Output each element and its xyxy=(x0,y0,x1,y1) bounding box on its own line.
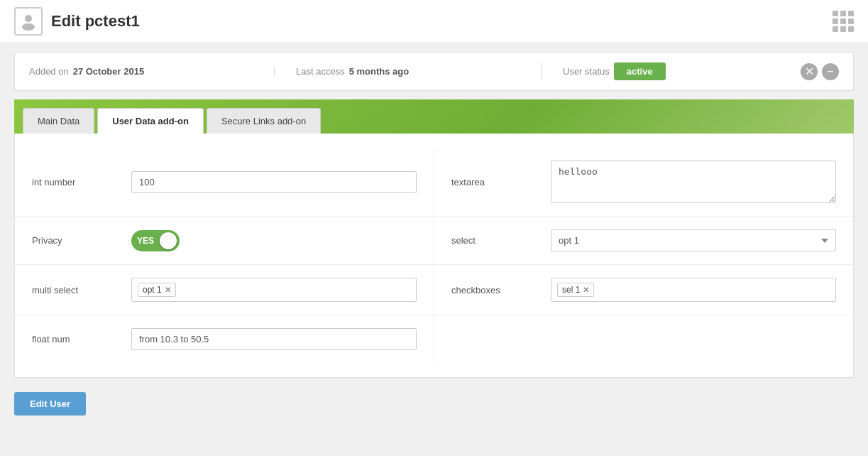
grid-menu-icon[interactable] xyxy=(833,11,854,32)
close-button[interactable]: ✕ xyxy=(801,63,818,80)
added-value: 27 October 2015 xyxy=(73,66,144,77)
minimize-button[interactable]: − xyxy=(822,63,839,80)
tab-user-data-addon[interactable]: User Data add-on xyxy=(97,108,204,134)
info-bar: Added on 27 October 2015 Last access 5 m… xyxy=(14,52,854,91)
tabs: Main Data User Data add-on Secure Links … xyxy=(23,108,845,134)
form-row-1: int number textarea hellooo xyxy=(15,148,853,217)
select-input[interactable]: opt 1 opt 2 opt 3 xyxy=(551,229,836,251)
user-status-label: User status xyxy=(563,66,610,77)
last-access-section: Last access 5 months ago xyxy=(274,66,534,77)
float-num-input[interactable] xyxy=(131,328,417,350)
tabs-container: Main Data User Data add-on Secure Links … xyxy=(14,99,854,134)
user-status-section: User status active xyxy=(541,63,801,80)
checkboxes-label: checkboxes xyxy=(451,285,537,295)
tag-remove-opt1[interactable]: ✕ xyxy=(165,286,171,295)
textarea-input[interactable]: hellooo xyxy=(551,161,836,203)
toggle-knob xyxy=(160,232,177,249)
tag-text: opt 1 xyxy=(143,285,162,295)
int-number-input[interactable] xyxy=(131,171,417,193)
edit-user-button[interactable]: Edit User xyxy=(14,392,86,416)
int-number-label: int number xyxy=(32,177,117,188)
empty-cell xyxy=(434,315,853,363)
user-avatar-icon xyxy=(14,7,43,36)
tag-opt1: opt 1 ✕ xyxy=(138,283,176,297)
page-title: Edit pctest1 xyxy=(51,12,140,31)
status-badge: active xyxy=(614,63,666,80)
form-row-2: Privacy YES select opt 1 opt 2 opt 3 xyxy=(15,217,853,265)
tag-text: sel 1 xyxy=(562,285,580,295)
privacy-cell: Privacy YES xyxy=(15,217,434,264)
tab-secure-links-addon[interactable]: Secure Links add-on xyxy=(207,108,321,134)
page-header: Edit pctest1 xyxy=(0,0,868,43)
form-area: int number textarea hellooo Privacy YES … xyxy=(14,134,854,378)
last-access-label: Last access xyxy=(296,66,345,77)
multi-select-input[interactable]: opt 1 ✕ xyxy=(131,278,417,302)
toggle-text: YES xyxy=(137,236,154,246)
svg-point-1 xyxy=(22,23,35,31)
select-cell: select opt 1 opt 2 opt 3 xyxy=(434,217,853,264)
float-num-cell: float num xyxy=(15,315,434,363)
header-left: Edit pctest1 xyxy=(14,7,140,36)
textarea-cell: textarea hellooo xyxy=(434,148,853,216)
textarea-label: textarea xyxy=(451,177,537,188)
tab-main-data[interactable]: Main Data xyxy=(23,108,94,134)
tag-sel1: sel 1 ✕ xyxy=(557,283,594,297)
form-row-4: float num xyxy=(15,315,853,363)
select-label: select xyxy=(451,235,537,246)
info-bar-actions: ✕ − xyxy=(801,63,839,80)
privacy-toggle[interactable]: YES xyxy=(131,230,180,251)
form-row-3: multi select opt 1 ✕ checkboxes sel 1 ✕ xyxy=(15,265,853,315)
svg-point-0 xyxy=(25,15,32,22)
added-on-section: Added on 27 October 2015 xyxy=(29,66,267,77)
multi-select-cell: multi select opt 1 ✕ xyxy=(15,265,434,315)
privacy-label: Privacy xyxy=(32,235,117,246)
int-number-cell: int number xyxy=(15,148,434,216)
float-num-label: float num xyxy=(32,334,117,344)
checkboxes-input[interactable]: sel 1 ✕ xyxy=(551,278,836,302)
last-access-value: 5 months ago xyxy=(349,66,410,77)
tag-remove-sel1[interactable]: ✕ xyxy=(583,286,589,295)
checkboxes-cell: checkboxes sel 1 ✕ xyxy=(434,265,853,315)
multi-select-label: multi select xyxy=(32,285,117,295)
added-label: Added on xyxy=(29,66,69,77)
